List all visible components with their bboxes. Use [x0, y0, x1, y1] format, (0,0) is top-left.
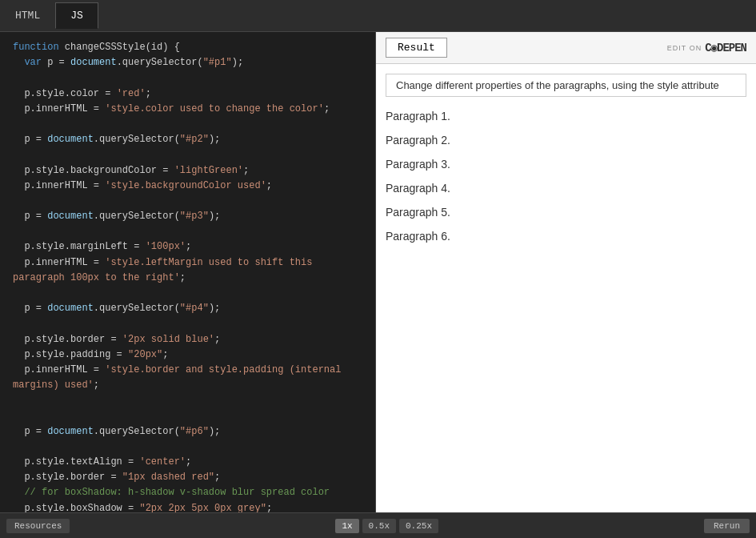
code-line-12: p = document.querySelector("#p3");: [0, 209, 375, 224]
code-line-31: p.style.boxShadow = "2px 2px 5px 0px gre…: [0, 501, 375, 512]
rerun-button[interactable]: Rerun: [704, 519, 750, 533]
code-line-6: [0, 117, 375, 132]
zoom-1x-button[interactable]: 1x: [335, 519, 358, 533]
code-line-20: p.style.border = '2px solid blue';: [0, 332, 375, 347]
codepen-edit-text: EDIT ON: [667, 44, 702, 52]
code-line-21: p.style.padding = "20px";: [0, 347, 375, 363]
code-line-17: [0, 286, 375, 301]
tab-html[interactable]: HTML: [0, 2, 55, 29]
code-line-27: [0, 440, 375, 455]
result-para-5: Paragraph 5.: [386, 206, 746, 219]
code-line-11: [0, 194, 375, 209]
zoom-05x-button[interactable]: 0.5x: [362, 519, 396, 533]
code-line-13: [0, 224, 375, 239]
result-para-6: Paragraph 6.: [386, 230, 746, 243]
code-line-3: [0, 70, 375, 86]
result-tab[interactable]: Result: [386, 38, 447, 58]
code-line-2: var p = document.querySelector("#p1");: [0, 55, 375, 70]
code-line-24: [0, 393, 375, 408]
code-line-15: p.innerHTML = 'style.leftMargin used to …: [0, 255, 375, 271]
code-line-16: paragraph 100px to the right';: [0, 271, 375, 286]
tab-bar: HTML JS: [0, 0, 756, 32]
code-line-23: margins) used';: [0, 378, 375, 393]
zoom-025x-button[interactable]: 0.25x: [399, 519, 438, 533]
codepen-logo: C◉DEPEN: [705, 41, 746, 54]
bottom-bar: Resources 1x 0.5x 0.25x Rerun: [0, 512, 756, 538]
code-line-14: p.style.marginLeft = '100px';: [0, 239, 375, 255]
result-para-3: Paragraph 3.: [386, 158, 746, 171]
code-line-30: // for boxShadow: h-shadow v-shadow blur…: [0, 485, 375, 500]
result-para-4: Paragraph 4.: [386, 182, 746, 195]
result-panel: Result EDIT ON C◉DEPEN Change different …: [376, 32, 756, 512]
code-line-9: p.style.backgroundColor = 'lightGreen';: [0, 163, 375, 179]
code-line-7: p = document.querySelector("#p2");: [0, 132, 375, 147]
result-para-2: Paragraph 2.: [386, 134, 746, 147]
code-line-19: [0, 316, 375, 331]
code-line-8: [0, 147, 375, 163]
code-line-25: [0, 409, 375, 424]
result-banner: Change different properties of the parag…: [386, 74, 746, 97]
code-line-22: p.innerHTML = 'style.border and style.pa…: [0, 363, 375, 378]
result-content: Change different properties of the parag…: [376, 64, 756, 512]
zoom-controls: 1x 0.5x 0.25x: [335, 519, 438, 533]
main-area: function changeCSSStyle(id) { var p = do…: [0, 32, 756, 512]
codepen-brand: EDIT ON C◉DEPEN: [667, 41, 746, 54]
code-line-28: p.style.textAlign = 'center';: [0, 455, 375, 470]
code-line-26: p = document.querySelector("#p6");: [0, 424, 375, 440]
code-line-18: p = document.querySelector("#p4");: [0, 301, 375, 316]
code-line-1: function changeCSSStyle(id) {: [0, 40, 375, 55]
result-para-1: Paragraph 1.: [386, 110, 746, 122]
code-line-5: p.innerHTML = 'style.color used to chang…: [0, 102, 375, 117]
code-panel[interactable]: function changeCSSStyle(id) { var p = do…: [0, 32, 376, 512]
code-line-4: p.style.color = 'red';: [0, 86, 375, 102]
code-line-10: p.innerHTML = 'style.backgroundColor use…: [0, 179, 375, 194]
resources-button[interactable]: Resources: [6, 519, 70, 533]
code-line-29: p.style.border = "1px dashed red";: [0, 470, 375, 485]
tab-js[interactable]: JS: [55, 2, 98, 29]
result-header: Result EDIT ON C◉DEPEN: [376, 32, 756, 64]
